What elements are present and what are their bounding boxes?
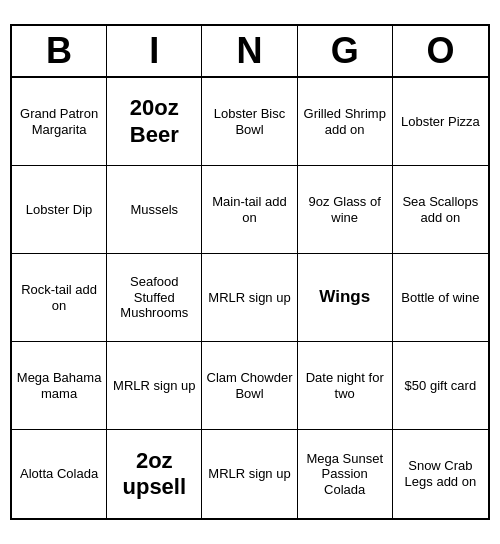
bingo-cell-7: Main-tail add on <box>202 166 297 254</box>
bingo-cell-5: Lobster Dip <box>12 166 107 254</box>
bingo-cell-13: Wings <box>298 254 393 342</box>
bingo-cell-23: Mega Sunset Passion Colada <box>298 430 393 518</box>
bingo-letter-n: N <box>202 26 297 76</box>
bingo-cell-15: Mega Bahama mama <box>12 342 107 430</box>
bingo-cell-18: Date night for two <box>298 342 393 430</box>
bingo-cell-17: Clam Chowder Bowl <box>202 342 297 430</box>
bingo-cell-2: Lobster Bisc Bowl <box>202 78 297 166</box>
bingo-cell-8: 9oz Glass of wine <box>298 166 393 254</box>
bingo-grid: Grand Patron Margarita20oz BeerLobster B… <box>12 78 488 518</box>
bingo-letter-o: O <box>393 26 488 76</box>
bingo-cell-9: Sea Scallops add on <box>393 166 488 254</box>
bingo-cell-1: 20oz Beer <box>107 78 202 166</box>
bingo-letter-i: I <box>107 26 202 76</box>
bingo-cell-4: Lobster Pizza <box>393 78 488 166</box>
bingo-cell-0: Grand Patron Margarita <box>12 78 107 166</box>
bingo-card: BINGO Grand Patron Margarita20oz BeerLob… <box>10 24 490 520</box>
bingo-cell-6: Mussels <box>107 166 202 254</box>
bingo-cell-21: 2oz upsell <box>107 430 202 518</box>
bingo-cell-10: Rock-tail add on <box>12 254 107 342</box>
bingo-cell-24: Snow Crab Legs add on <box>393 430 488 518</box>
bingo-header: BINGO <box>12 26 488 78</box>
bingo-cell-3: Grilled Shrimp add on <box>298 78 393 166</box>
bingo-cell-19: $50 gift card <box>393 342 488 430</box>
bingo-cell-16: MRLR sign up <box>107 342 202 430</box>
bingo-letter-b: B <box>12 26 107 76</box>
bingo-cell-14: Bottle of wine <box>393 254 488 342</box>
bingo-cell-11: Seafood Stuffed Mushrooms <box>107 254 202 342</box>
bingo-cell-22: MRLR sign up <box>202 430 297 518</box>
bingo-letter-g: G <box>298 26 393 76</box>
bingo-cell-20: Alotta Colada <box>12 430 107 518</box>
bingo-cell-12: MRLR sign up <box>202 254 297 342</box>
